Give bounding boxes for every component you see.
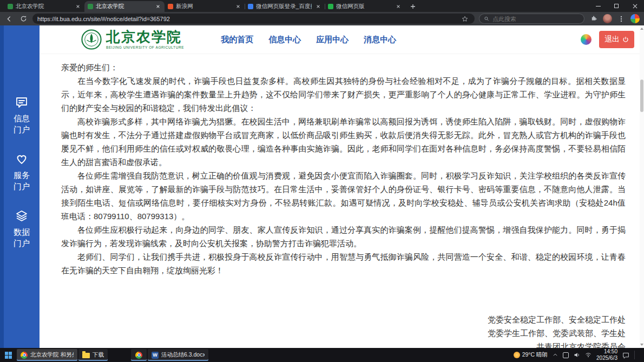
weather-sun-icon: [514, 352, 520, 358]
maximize-icon: [614, 4, 619, 8]
nav-app-center[interactable]: 应用中心: [316, 35, 349, 45]
notice-salutation: 亲爱的师生们：: [61, 61, 626, 74]
browser-tab-2-active[interactable]: 北京农学院: [84, 1, 165, 12]
university-emblem-icon: [81, 29, 102, 50]
tab-close-icon[interactable]: [74, 3, 81, 10]
close-button[interactable]: [626, 0, 644, 12]
notice-paragraph: 在当今数字化飞速发展的时代，诈骗手段也日益复杂多样。高校师生因其独特的身份与社会…: [61, 74, 626, 115]
browser-tab-4[interactable]: 微信网页版登录_百度搜索: [245, 1, 325, 12]
taskbar-divider: [634, 351, 635, 359]
tab-close-icon[interactable]: [154, 3, 161, 10]
weather-label: 29°C 晴朗: [522, 351, 548, 359]
notice-paragraph: 高校诈骗形式多样，其中网络诈骗尤为猖獗。在校园生活中，网络兼职刷单诈骗常以高额回…: [61, 115, 626, 169]
browser-tab-3[interactable]: 新浪网: [165, 1, 245, 12]
tab-title: 北京农学院: [96, 3, 152, 10]
sidebar-item-service-portal[interactable]: 服务门户: [12, 153, 31, 192]
word-icon: W: [152, 352, 159, 359]
site-favicon: [328, 4, 333, 9]
nav-info-center[interactable]: 信息中心: [268, 35, 301, 45]
tab-title: 微信网页版: [336, 3, 392, 10]
clock-time: 14:50: [596, 348, 617, 355]
signature-line: 共青团北京农学院委员会: [61, 340, 626, 348]
maximize-button[interactable]: [607, 0, 626, 12]
taskbar-app-chrome[interactable]: [131, 349, 147, 361]
logo-cn: 北京农学院: [106, 30, 184, 44]
browser-icon: [21, 352, 28, 359]
close-icon: [633, 4, 638, 9]
signature-line: 党委学生工作部、党委武装部、学生处: [61, 326, 626, 340]
browser-tab-1[interactable]: 北京农学院: [4, 1, 84, 12]
portal-nav: 我的首页 信息中心 应用中心 消息中心: [221, 35, 396, 45]
taskbar-app-label: 下载: [93, 351, 104, 359]
portal-page: 信息门户 服务门户 数据门户: [0, 25, 644, 348]
tab-title: 北京农学院: [16, 3, 71, 10]
header-right: 退出: [581, 31, 644, 48]
sidebar-item-info-portal[interactable]: 信息门户: [12, 96, 31, 135]
action-center-icon[interactable]: [622, 352, 629, 359]
taskbar-app-word[interactable]: W 活动总结6.3.docx ...: [148, 349, 208, 361]
portal-sidebar: 信息门户 服务门户 数据门户: [0, 25, 40, 348]
sidebar-item-data-portal[interactable]: 数据门户: [12, 209, 31, 249]
tab-close-icon[interactable]: [314, 3, 321, 10]
input-method-icon[interactable]: [563, 352, 569, 358]
nav-message-center[interactable]: 消息中心: [364, 35, 396, 45]
sidebar-item-label: 数据门户: [12, 226, 31, 249]
refresh-button[interactable]: [18, 14, 28, 24]
scrollbar-up-icon[interactable]: [640, 28, 643, 30]
portal-header: 北京农学院 BEIJING UNIVERSITY OF AGRICULTURE …: [40, 25, 644, 54]
browser-search-box[interactable]: [479, 14, 584, 24]
scrollbar[interactable]: [640, 25, 644, 348]
logout-label: 退出: [604, 35, 620, 44]
windows-logo-icon: [5, 352, 12, 359]
notice-paragraph: 老师们、同学们，让我们携手共进，积极投身于高校反诈宣传行动中，用智慧与勇气抵御诈…: [61, 250, 626, 277]
new-tab-button[interactable]: [407, 1, 419, 12]
sidebar-item-label: 服务门户: [12, 169, 31, 192]
nav-my-home[interactable]: 我的首页: [221, 35, 253, 45]
tray-chevron-up-icon[interactable]: [553, 352, 558, 358]
address-bar[interactable]: https://it.bua.edu.cn/site/#/notice/deta…: [32, 14, 475, 24]
back-button[interactable]: [4, 14, 14, 24]
network-icon[interactable]: [585, 352, 592, 358]
chat-icon: [15, 96, 28, 109]
notice-content: 亲爱的师生们： 在当今数字化飞速发展的时代，诈骗手段也日益复杂多样。高校师生因其…: [40, 54, 644, 348]
windows-taskbar: 北京农学院 和另外... 下载 W 活动总结6.3.docx ... 29°C …: [0, 348, 644, 362]
university-logo: 北京农学院 BEIJING UNIVERSITY OF AGRICULTURE: [81, 29, 184, 50]
power-icon: [622, 36, 629, 43]
folder-icon: [82, 353, 90, 358]
minimize-button[interactable]: [589, 0, 607, 12]
tab-close-icon[interactable]: [395, 3, 402, 10]
taskbar-app-browser[interactable]: 北京农学院 和另外...: [17, 349, 77, 361]
site-favicon: [88, 4, 93, 9]
bookmark-star-icon[interactable]: [460, 14, 470, 24]
url-text[interactable]: https://it.bua.edu.cn/site/#/notice/deta…: [37, 16, 457, 22]
system-tray: 29°C 晴朗 14:50 2025/6/3: [514, 348, 644, 362]
start-button[interactable]: [0, 348, 16, 362]
scrollbar-thumb[interactable]: [640, 80, 643, 112]
taskbar-app-label: 活动总结6.3.docx ...: [161, 351, 205, 359]
notice-paragraph: 各位师生需增强自我防范意识，树立正确的价值观与消费观，避免因贪小便宜而陷入诈骗圈…: [61, 169, 626, 223]
tab-close-icon[interactable]: [234, 3, 241, 10]
logout-button[interactable]: 退出: [599, 31, 634, 48]
taskbar-app-label: 北京农学院 和另外...: [30, 351, 74, 359]
volume-icon[interactable]: [574, 352, 580, 358]
menu-dots-icon[interactable]: [616, 14, 626, 24]
taskbar-weather[interactable]: 29°C 晴朗: [514, 351, 548, 359]
theme-palette-icon[interactable]: [581, 34, 592, 45]
browser-profile-icon[interactable]: [630, 14, 640, 23]
signature-line: 党委安全稳定工作部、安全稳定工作处: [61, 313, 626, 326]
logo-en: BEIJING UNIVERSITY OF AGRICULTURE: [106, 45, 184, 49]
screen: 北京农学院 北京农学院 新浪网 微信网页版登录_百度搜索: [0, 0, 644, 362]
browser-tab-5[interactable]: 微信网页版: [325, 1, 405, 12]
notice-paragraph: 各位师生应积极行动起来，向身边的同学、朋友、家人宣传反诈知识，通过分享真实的诈骗…: [61, 223, 626, 250]
tab-title: 微信网页版登录_百度搜索: [256, 3, 312, 10]
scrollbar-down-icon[interactable]: [640, 344, 643, 346]
taskbar-clock[interactable]: 14:50 2025/6/3: [596, 348, 617, 361]
search-input[interactable]: [492, 16, 580, 22]
browser-tabstrip: 北京农学院 北京农学院 新浪网 微信网页版登录_百度搜索: [0, 0, 644, 12]
heart-icon: [15, 153, 28, 166]
window-controls: [589, 0, 644, 12]
portal-main: 北京农学院 BEIJING UNIVERSITY OF AGRICULTURE …: [40, 25, 644, 348]
extensions-icon[interactable]: [589, 14, 599, 24]
avatar[interactable]: [603, 14, 612, 23]
taskbar-app-downloads[interactable]: 下载: [78, 349, 108, 361]
